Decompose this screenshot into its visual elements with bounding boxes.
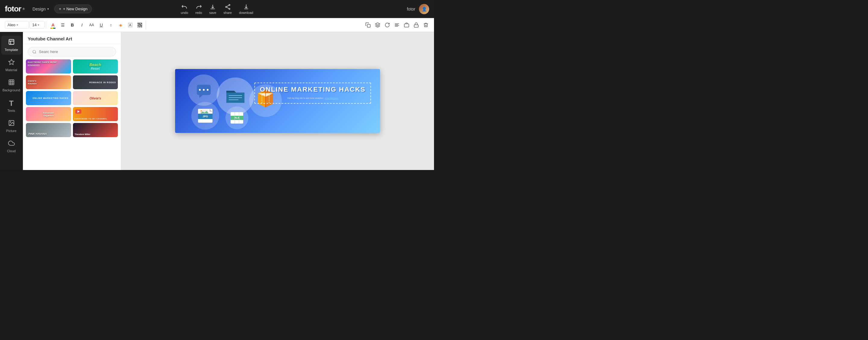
align-tools-button[interactable] xyxy=(393,21,401,30)
delete-button[interactable] xyxy=(421,21,430,30)
copy-style-button[interactable] xyxy=(364,21,373,30)
design-button[interactable]: Design ▾ xyxy=(30,5,52,13)
picture-icon xyxy=(8,120,15,128)
svg-rect-6 xyxy=(367,24,370,27)
download-label: download xyxy=(239,11,253,14)
canvas-subtitle-link: www.fotor.com xyxy=(324,97,338,99)
align-icon: ☰ xyxy=(61,23,65,27)
texture-icon xyxy=(137,23,142,27)
template-card-romance[interactable]: ROMANCE IN RODEO xyxy=(73,75,118,90)
svg-point-17 xyxy=(10,121,11,122)
template-card-kitchen[interactable]: Claire'sKitchen xyxy=(26,75,71,90)
highlight-color-button[interactable]: ◈ xyxy=(116,21,125,30)
italic-icon: I xyxy=(82,23,83,27)
canvas[interactable]: JPG XLS xyxy=(175,69,380,133)
svg-line-4 xyxy=(227,5,229,7)
rotate-button[interactable] xyxy=(383,21,392,30)
undo-button[interactable]: undo xyxy=(181,4,188,14)
sidebar-item-template[interactable]: Template xyxy=(1,36,22,55)
svg-rect-0 xyxy=(211,8,215,9)
template-icon xyxy=(8,38,15,47)
sidebar-item-material[interactable]: Material xyxy=(1,56,22,75)
cloud-icon xyxy=(8,140,15,148)
design-label: Design xyxy=(33,7,46,11)
text-color-A-icon: A xyxy=(52,22,55,27)
new-design-label: + New Design xyxy=(63,7,87,11)
canvas-area: JPG XLS xyxy=(121,32,434,170)
logo: fotor ® xyxy=(5,4,25,13)
text-bg-icon: A xyxy=(128,23,132,27)
sidebar-item-label: Background xyxy=(2,88,20,92)
line-height-icon: ↕ xyxy=(110,23,112,27)
sidebar-item-label: Material xyxy=(5,68,17,72)
texture-button[interactable] xyxy=(135,21,144,30)
svg-point-23 xyxy=(203,89,205,91)
search-input[interactable] xyxy=(39,50,112,54)
layers-button[interactable] xyxy=(373,21,382,30)
search-icon xyxy=(32,50,36,54)
template-card-theodore[interactable]: Theodore Miller xyxy=(73,123,118,137)
text-color-button[interactable]: A xyxy=(49,21,58,30)
plus-icon: + xyxy=(59,7,61,11)
svg-rect-13 xyxy=(9,39,14,44)
font-selector[interactable]: Aleo ▾ xyxy=(5,21,29,29)
template-card-pink[interactable]: PINK HAVANA xyxy=(26,123,71,137)
stack-button[interactable] xyxy=(402,21,411,30)
svg-marker-14 xyxy=(8,59,14,64)
lock-button[interactable] xyxy=(412,21,421,30)
underline-icon: U xyxy=(100,23,103,27)
search-box[interactable] xyxy=(28,47,116,56)
font-name: Aleo xyxy=(7,23,16,27)
align-button[interactable]: ☰ xyxy=(58,21,67,30)
template-card-organics[interactable]: AlexanderOrganics xyxy=(26,107,71,121)
background-icon xyxy=(8,79,15,87)
svg-point-35 xyxy=(201,110,202,112)
share-button[interactable]: share xyxy=(224,4,232,14)
italic-button[interactable]: I xyxy=(78,21,87,30)
bold-icon: B xyxy=(71,23,74,27)
font-chevron-icon: ▾ xyxy=(17,23,18,27)
save-label: save xyxy=(209,11,216,14)
line-height-button[interactable]: ↕ xyxy=(106,21,116,30)
save-button[interactable]: save xyxy=(209,4,216,14)
panel-title: Youtube Channel Art xyxy=(28,36,116,41)
svg-point-18 xyxy=(33,50,36,53)
logo-text: fotor xyxy=(5,4,21,13)
title-selection-box[interactable]: ONLINE MARKETING HACKS Visit my blog sit… xyxy=(254,83,371,104)
size-chevron-icon: ▾ xyxy=(38,23,39,27)
svg-rect-15 xyxy=(9,80,14,85)
font-size-aa-button[interactable]: AA xyxy=(87,21,96,30)
sidebar-item-picture[interactable]: Picture xyxy=(1,117,22,136)
redo-button[interactable]: redo xyxy=(195,4,202,14)
texts-icon: T xyxy=(9,99,13,107)
user-name: fotor xyxy=(407,7,415,11)
avatar: 👤 xyxy=(419,4,429,14)
svg-text:XLS: XLS xyxy=(235,116,239,119)
download-button[interactable]: download xyxy=(239,4,253,14)
share-label: share xyxy=(224,11,232,14)
template-card-edm[interactable]: ELECTRONIC DANCE MUSIC EDMIMIXES xyxy=(26,59,71,73)
bold-button[interactable]: B xyxy=(68,21,77,30)
svg-point-24 xyxy=(207,89,209,91)
canvas-title: ONLINE MARKETING HACKS xyxy=(260,86,366,93)
logo-superscript: ® xyxy=(23,7,25,10)
chevron-down-icon: ▾ xyxy=(47,7,49,10)
new-design-button[interactable]: + + New Design xyxy=(54,4,92,13)
sidebar-item-texts[interactable]: T Texts xyxy=(1,96,22,116)
text-background-button[interactable]: A xyxy=(126,21,135,30)
sidebar-item-label: Texts xyxy=(7,109,16,113)
sidebar-item-cloud[interactable]: Cloud xyxy=(1,137,22,156)
underline-button[interactable]: U xyxy=(97,21,106,30)
template-card-subscribe[interactable]: SUBSCRIBE TO MY CHANNEL xyxy=(73,107,118,121)
font-size-value: 14 xyxy=(32,23,36,27)
template-panel: Youtube Channel Art ELECTRONIC DANCE MUS… xyxy=(23,32,121,170)
material-icon xyxy=(8,59,15,67)
template-card-beach[interactable]: Beach Resort xyxy=(73,59,118,73)
template-card-olivia[interactable]: Olivia's xyxy=(73,91,118,105)
template-card-marketing[interactable]: ONLINE MARKETING HACKS xyxy=(26,91,71,105)
font-size-selector[interactable]: 14 ▾ xyxy=(30,21,44,29)
format-bar: Aleo ▾ 14 ▾ A ☰ B I AA U ↕ ◈ xyxy=(0,18,434,32)
sidebar-item-background[interactable]: Background xyxy=(1,76,22,95)
svg-point-2 xyxy=(225,6,227,7)
svg-line-5 xyxy=(227,7,229,8)
